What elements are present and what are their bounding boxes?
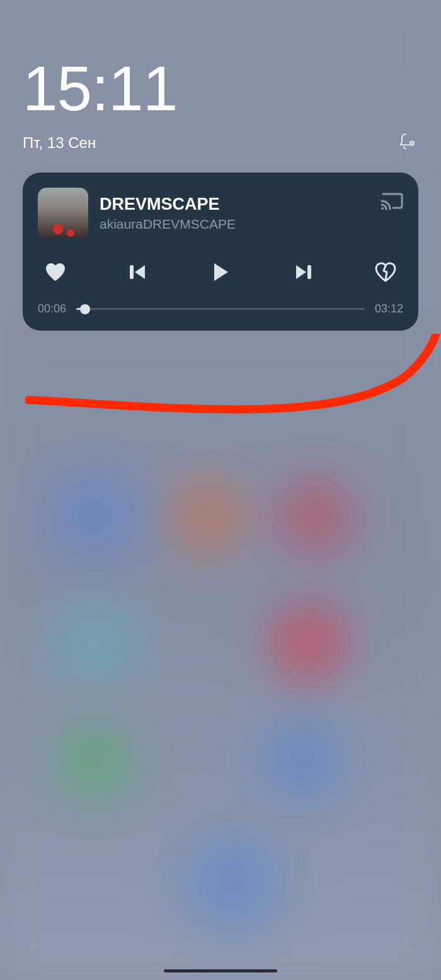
progress-row: 00:06 03:12 bbox=[38, 302, 403, 316]
lockscreen-content: 15:11 Пт, 13 Сен DREVMSCAPE akiauraDREVM… bbox=[0, 0, 441, 331]
media-header: DREVMSCAPE akiauraDREVMSCAPE bbox=[38, 188, 403, 238]
svg-rect-3 bbox=[307, 265, 311, 279]
play-button[interactable] bbox=[207, 258, 234, 286]
next-button[interactable] bbox=[289, 258, 317, 286]
time-duration: 03:12 bbox=[375, 302, 403, 316]
previous-button[interactable] bbox=[124, 258, 152, 286]
track-info[interactable]: DREVMSCAPE akiauraDREVMSCAPE bbox=[100, 194, 369, 232]
time-elapsed: 00:06 bbox=[38, 302, 66, 316]
svg-point-0 bbox=[411, 142, 413, 144]
date-row: Пт, 13 Сен bbox=[23, 131, 418, 155]
track-title: DREVMSCAPE bbox=[100, 194, 369, 214]
progress-slider[interactable] bbox=[76, 308, 365, 310]
like-button[interactable] bbox=[42, 258, 69, 286]
clock-time: 15:11 bbox=[23, 57, 418, 120]
svg-point-1 bbox=[381, 207, 384, 210]
media-controls bbox=[38, 258, 403, 286]
notification-settings-icon[interactable] bbox=[397, 131, 418, 155]
media-player-card[interactable]: DREVMSCAPE akiauraDREVMSCAPE bbox=[23, 173, 418, 331]
track-artist: akiauraDREVMSCAPE bbox=[100, 217, 369, 232]
cast-icon[interactable] bbox=[381, 191, 403, 213]
progress-thumb[interactable] bbox=[80, 304, 90, 314]
dislike-button[interactable] bbox=[372, 258, 399, 286]
clock-date: Пт, 13 Сен bbox=[23, 134, 96, 152]
svg-rect-2 bbox=[130, 265, 134, 279]
album-art[interactable] bbox=[38, 188, 88, 238]
home-indicator[interactable] bbox=[164, 969, 277, 972]
